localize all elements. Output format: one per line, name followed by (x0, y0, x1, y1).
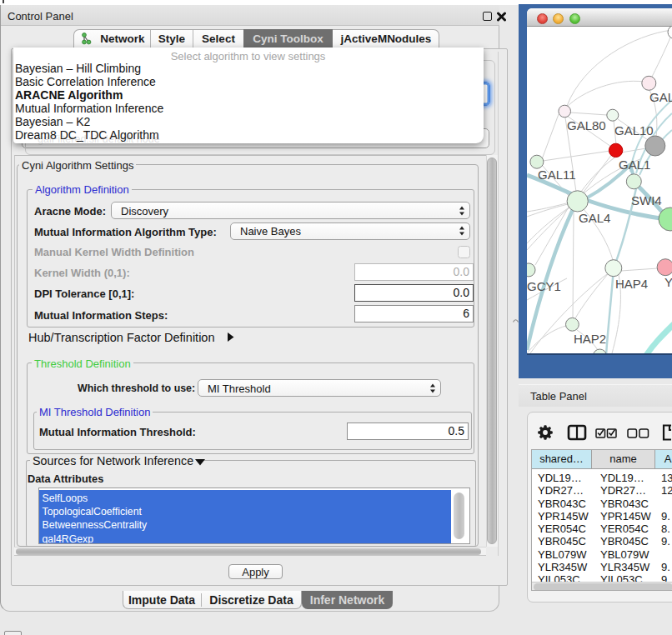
svg-text:GAL11: GAL11 (538, 168, 576, 182)
svg-text:GAL: GAL (649, 90, 672, 104)
svg-text:GAL1: GAL1 (619, 158, 650, 172)
svg-text:GAL4: GAL4 (579, 211, 610, 225)
svg-text:GAL80: GAL80 (567, 118, 606, 132)
svg-text:SWI4: SWI4 (631, 193, 662, 208)
svg-text:HAP2: HAP2 (574, 332, 606, 346)
svg-text:GAL10: GAL10 (614, 123, 654, 138)
svg-text:GCY1: GCY1 (527, 279, 561, 293)
svg-text:HAP4: HAP4 (615, 277, 648, 291)
svg-text:Y: Y (664, 275, 672, 289)
